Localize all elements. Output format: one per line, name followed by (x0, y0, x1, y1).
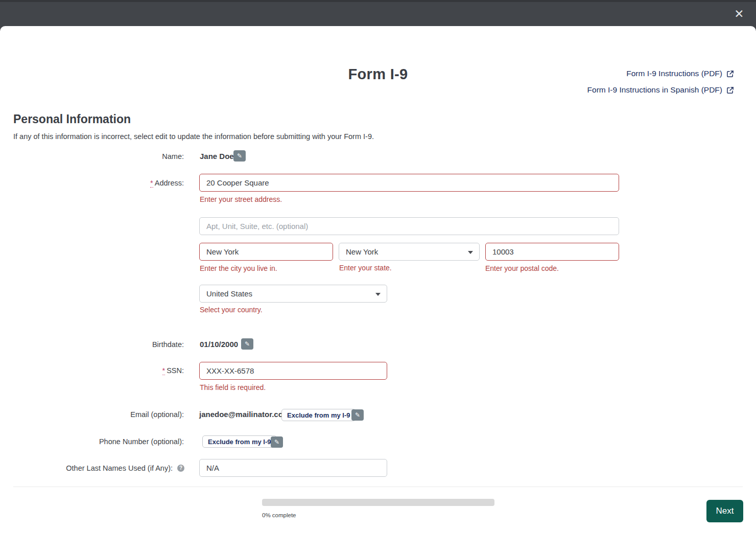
section-description: If any of this information is incorrect,… (13, 132, 374, 141)
edit-name-button[interactable]: ✎ (233, 150, 246, 162)
street-address-error: Enter your street address. (200, 195, 282, 203)
other-last-names-input[interactable] (199, 459, 387, 477)
country-select[interactable]: United States (199, 285, 387, 303)
phone-exclude-badge: Exclude from my I-9 (202, 435, 277, 448)
edit-phone-button[interactable]: ✎ (271, 436, 283, 448)
instruction-links: Form I-9 Instructions (PDF) Form I-9 Ins… (587, 69, 734, 102)
email-value: janedoe@mailinator.com (199, 410, 290, 419)
edit-birthdate-button[interactable]: ✎ (241, 338, 253, 350)
close-icon[interactable]: ✕ (731, 6, 747, 21)
chevron-down-icon (468, 251, 473, 254)
city-input[interactable] (199, 243, 333, 261)
form-card: Form I-9 Form I-9 Instructions (PDF) For… (0, 26, 756, 553)
ssn-error: This field is required. (200, 383, 266, 391)
chevron-down-icon (375, 293, 381, 296)
section-heading: Personal Information (13, 112, 131, 126)
required-asterisk: * (150, 179, 153, 188)
pencil-icon: ✎ (274, 439, 279, 446)
name-value: Jane Doe (200, 152, 234, 160)
pencil-icon: ✎ (355, 411, 360, 419)
address-label: *Address: (10, 179, 184, 187)
link-label: Form I-9 Instructions in Spanish (PDF) (587, 85, 722, 95)
external-link-icon (726, 86, 734, 94)
pencil-icon: ✎ (237, 152, 242, 159)
help-icon[interactable]: ? (177, 465, 184, 472)
progress-label: 0% complete (262, 512, 296, 518)
next-button[interactable]: Next (706, 500, 743, 522)
country-error: Select your country. (200, 306, 263, 314)
progress-bar (262, 499, 494, 506)
name-label: Name: (10, 152, 184, 160)
footer-divider (13, 487, 743, 487)
ssn-input[interactable] (199, 362, 387, 380)
external-link-icon (726, 70, 734, 78)
pencil-icon: ✎ (245, 340, 250, 348)
state-select[interactable]: New York (339, 243, 480, 261)
postal-code-input[interactable] (485, 243, 619, 261)
apt-unit-input[interactable] (199, 217, 619, 235)
link-form-i9-instructions[interactable]: Form I-9 Instructions (PDF) (587, 69, 734, 78)
form-i9-page: ✕ Form I-9 Form I-9 Instructions (PDF) F… (0, 0, 756, 553)
street-address-input[interactable] (199, 174, 619, 192)
city-error: Enter the city you live in. (200, 264, 277, 272)
email-label: Email (optional): (10, 410, 184, 419)
country-select-value: United States (206, 289, 252, 298)
state-error: Enter your state. (339, 264, 392, 272)
postal-code-error: Enter your postal code. (485, 264, 559, 272)
birthdate-value: 01/10/2000 (200, 340, 238, 349)
ssn-label: *SSN: (10, 366, 184, 375)
email-exclude-badge: Exclude from my I-9 (281, 409, 356, 421)
link-label: Form I-9 Instructions (PDF) (626, 69, 722, 78)
other-names-label: Other Last Names Used (if Any): (10, 464, 173, 472)
edit-email-button[interactable]: ✎ (351, 409, 364, 421)
link-form-i9-instructions-spanish[interactable]: Form I-9 Instructions in Spanish (PDF) (587, 85, 734, 95)
required-asterisk: * (162, 366, 166, 375)
state-select-value: New York (346, 247, 378, 256)
phone-label: Phone Number (optional): (10, 437, 184, 446)
modal-top-bar: ✕ (0, 0, 756, 28)
birthdate-label: Birthdate: (10, 340, 184, 349)
